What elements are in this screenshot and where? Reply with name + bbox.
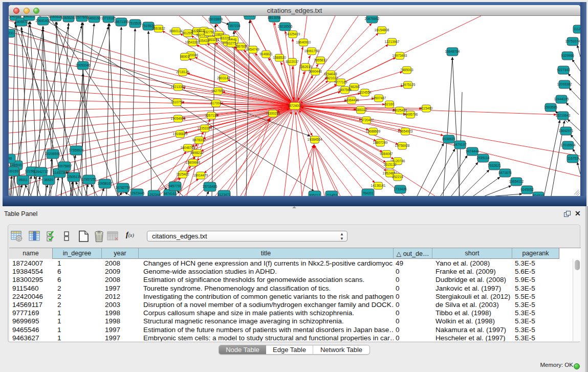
svg-text:105433: 105433 [198,39,209,42]
svg-text:1145134: 1145134 [53,171,66,174]
svg-text:1292344: 1292344 [147,193,161,196]
svg-text:12942737: 12942737 [34,170,49,173]
svg-text:8878312: 8878312 [192,138,206,142]
svg-text:8123471: 8123471 [217,193,231,196]
svg-text:6466160: 6466160 [88,16,101,20]
svg-text:2803144: 2803144 [217,76,230,80]
svg-text:7663822: 7663822 [152,27,165,30]
svg-text:16671355: 16671355 [114,20,129,24]
svg-text:12093382: 12093382 [557,82,572,86]
svg-text:116753: 116753 [567,157,578,160]
svg-text:15720407: 15720407 [359,118,374,122]
svg-text:15716485: 15716485 [203,185,217,188]
svg-text:7485003: 7485003 [400,68,413,72]
svg-text:17957255: 17957255 [82,178,97,181]
svg-text:2718126: 2718126 [176,70,189,74]
svg-text:10958167: 10958167 [98,182,113,185]
svg-text:16848784: 16848784 [445,50,460,53]
svg-text:12444195: 12444195 [554,97,569,101]
svg-text:36520: 36520 [44,178,53,182]
svg-text:7632621: 7632621 [488,164,501,167]
svg-text:19166825: 19166825 [173,132,188,136]
svg-text:896512: 896512 [24,16,35,18]
svg-text:1527602: 1527602 [75,16,89,19]
svg-text:10025438: 10025438 [393,108,407,112]
svg-text:6497568: 6497568 [338,88,352,92]
svg-text:1610753: 1610753 [170,100,184,104]
svg-text:12923446: 12923446 [130,191,145,195]
svg-text:10973493: 10973493 [393,54,407,57]
svg-text:6990448: 6990448 [309,70,322,73]
svg-text:19384554: 19384554 [308,138,322,141]
svg-text:1733426: 1733426 [394,187,407,191]
svg-text:16961758: 16961758 [304,49,319,53]
svg-text:19756928: 19756928 [395,144,410,147]
svg-text:9474163: 9474163 [163,192,177,195]
svg-text:12505135: 12505135 [67,175,81,179]
svg-text:8322037: 8322037 [286,60,299,63]
svg-text:20876862: 20876862 [365,17,380,20]
svg-text:15751074: 15751074 [565,39,580,43]
svg-text:148: 148 [9,157,12,160]
svg-text:9427552: 9427552 [211,89,225,93]
svg-text:7386322: 7386322 [354,108,367,112]
svg-text:2367608: 2367608 [234,45,248,48]
svg-text:3024554: 3024554 [358,91,372,94]
svg-text:18724007: 18724007 [288,104,302,107]
svg-text:7625402: 7625402 [176,172,189,176]
svg-text:939159: 939159 [9,169,18,173]
svg-text:11353394: 11353394 [198,126,212,130]
svg-text:15809948: 15809948 [186,161,201,164]
svg-text:16154808: 16154808 [375,28,389,32]
svg-text:16782759: 16782759 [116,186,130,189]
svg-text:9115460: 9115460 [420,106,433,110]
svg-text:9329966: 9329966 [561,54,574,57]
svg-text:17359924: 17359924 [69,148,84,152]
svg-text:95011: 95011 [18,178,28,182]
svg-text:30975867: 30975867 [57,164,72,168]
svg-text:252214: 252214 [392,175,403,179]
svg-text:6479197: 6479197 [453,143,467,146]
svg-text:16210643: 16210643 [556,114,571,117]
svg-text:18807249: 18807249 [373,141,388,144]
svg-text:8454749: 8454749 [246,48,259,51]
svg-text:9474444: 9474444 [466,149,479,153]
svg-text:20364436: 20364436 [344,98,359,102]
svg-text:1593585: 1593585 [544,105,557,109]
svg-text:9777169: 9777169 [334,80,347,84]
svg-text:1588520: 1588520 [273,56,286,59]
svg-text:20053346: 20053346 [76,63,91,67]
svg-text:8813054: 8813054 [243,16,256,17]
svg-text:111245: 111245 [574,27,580,31]
svg-text:617004: 617004 [210,101,222,105]
svg-text:10719185: 10719185 [101,16,116,20]
svg-text:18640910: 18640910 [296,40,311,44]
svg-text:84231: 84231 [9,31,14,35]
svg-text:18300295: 18300295 [266,112,280,115]
svg-text:9245052: 9245052 [520,188,534,191]
svg-text:19218506: 19218506 [278,25,293,28]
svg-text:1615132: 1615132 [383,163,397,166]
svg-text:9084067: 9084067 [380,152,393,156]
svg-text:1421022: 1421022 [325,76,338,80]
svg-text:1485081: 1485081 [10,163,23,167]
svg-text:8938923: 8938923 [442,137,455,141]
svg-text:824510: 824510 [533,194,544,196]
svg-text:16033809: 16033809 [208,17,223,21]
svg-text:935112: 935112 [309,193,320,196]
svg-text:9146821: 9146821 [259,52,273,56]
svg-text:140557: 140557 [10,16,21,18]
svg-text:12213967: 12213967 [385,40,400,43]
svg-text:10507487: 10507487 [372,96,386,100]
svg-text:1362615: 1362615 [299,65,312,69]
svg-text:15692971: 15692971 [559,129,574,133]
svg-text:20691406: 20691406 [36,19,51,23]
svg-text:764201: 764201 [362,191,374,195]
svg-text:7515526: 7515526 [128,21,142,25]
svg-text:8660124: 8660124 [169,29,183,33]
svg-text:62160: 62160 [385,102,394,106]
svg-text:7357224: 7357224 [227,24,241,28]
svg-text:1065526: 1065526 [49,16,62,18]
svg-text:3267110: 3267110 [205,114,218,117]
svg-text:10654112: 10654112 [509,180,524,183]
